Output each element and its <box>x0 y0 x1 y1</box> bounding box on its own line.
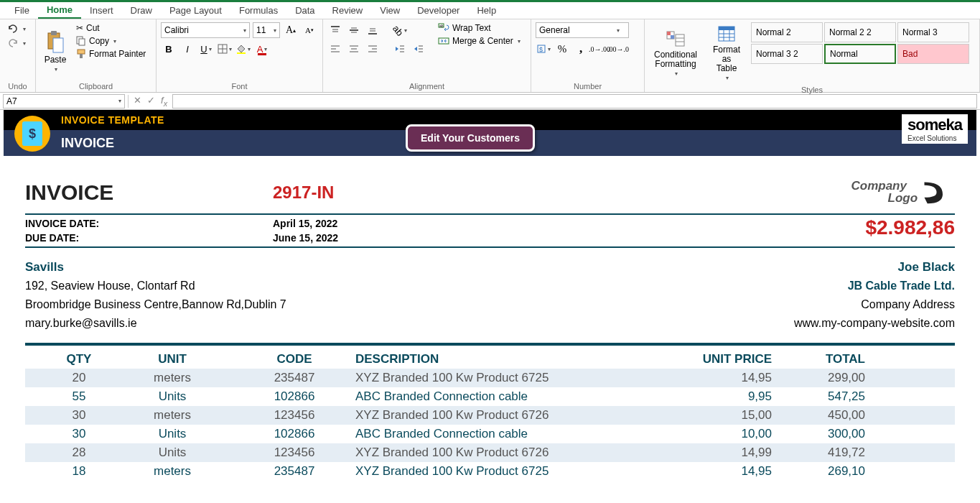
svg-rect-2 <box>53 38 63 52</box>
cell-code: 123456 <box>233 446 355 460</box>
line-item-row[interactable]: 28Units123456XYZ Branded 100 Kw Product … <box>25 443 955 462</box>
increase-decimal-button[interactable]: .0→.00 <box>592 41 607 57</box>
wrap-text-icon: ab <box>438 23 449 33</box>
cell-qty: 18 <box>47 464 111 479</box>
percent-button[interactable]: % <box>554 41 570 57</box>
decrease-font-button[interactable]: A▾ <box>302 22 317 38</box>
menu-tab-file[interactable]: File <box>6 3 38 18</box>
menu-tab-review[interactable]: Review <box>324 3 372 18</box>
comma-button[interactable]: , <box>573 41 589 57</box>
menu-tab-data[interactable]: Data <box>286 3 323 18</box>
align-center-button[interactable] <box>346 41 362 57</box>
paste-button[interactable]: Paste▾ <box>40 22 70 80</box>
style-normal[interactable]: Normal <box>824 44 896 64</box>
group-label-alignment: Alignment <box>327 80 526 91</box>
cell-desc: ABC Branded Connection cable <box>355 389 657 404</box>
fill-color-button[interactable]: ▾ <box>235 41 251 57</box>
style-normal-2[interactable]: Normal 2 <box>751 22 823 42</box>
font-size-combo[interactable]: ▾ <box>253 22 280 38</box>
copy-icon <box>76 36 86 46</box>
svg-rect-37 <box>439 38 449 44</box>
invoice-date-label: INVOICE DATE: <box>25 216 273 231</box>
underline-button[interactable]: U▾ <box>198 41 214 57</box>
orientation-button[interactable]: ab▾ <box>392 22 408 38</box>
group-label-number: Number <box>536 80 640 91</box>
col-price: UNIT PRICE <box>657 352 772 366</box>
svg-text:ab: ab <box>439 24 444 28</box>
copy-button[interactable]: Copy▾ <box>73 35 149 47</box>
accounting-format-button[interactable]: $▾ <box>536 41 551 57</box>
enter-formula-button[interactable]: ✓ <box>145 95 157 108</box>
invoice-date-value: April 15, 2022 <box>273 216 416 231</box>
col-total: TOTAL <box>772 352 865 366</box>
font-color-button[interactable]: A▾ <box>254 41 270 57</box>
cell-price: 10,00 <box>657 427 772 441</box>
svg-rect-5 <box>78 50 85 54</box>
svg-rect-4 <box>79 39 85 45</box>
edit-customers-button[interactable]: Edit Your Customers <box>406 124 535 152</box>
increase-font-button[interactable]: A▴ <box>283 22 299 38</box>
align-left-button[interactable] <box>327 41 343 57</box>
align-bottom-button[interactable] <box>365 22 381 38</box>
borders-button[interactable]: ▾ <box>217 41 233 57</box>
cell-code: 235487 <box>233 464 355 479</box>
menu-tab-formulas[interactable]: Formulas <box>230 3 286 18</box>
menu-tab-insert[interactable]: Insert <box>81 3 122 18</box>
bold-button[interactable]: B <box>161 41 177 57</box>
group-label-font: Font <box>161 80 318 91</box>
decrease-indent-button[interactable] <box>392 41 408 57</box>
menu-tab-developer[interactable]: Developer <box>409 3 468 18</box>
line-item-row[interactable]: 55Units102866ABC Branded Connection cabl… <box>25 387 955 406</box>
cell-price: 9,95 <box>657 389 772 404</box>
align-top-button[interactable] <box>327 22 343 38</box>
italic-button[interactable]: I <box>179 41 195 57</box>
style-normal-2-2[interactable]: Normal 2 2 <box>824 22 896 42</box>
cell-qty: 30 <box>47 427 111 441</box>
redo-button[interactable]: ▾ <box>4 37 29 50</box>
format-painter-button[interactable]: Format Painter <box>73 48 149 60</box>
worksheet-area[interactable]: INVOICE TEMPLATE $ INVOICE Edit Your Cus… <box>0 110 980 503</box>
undo-button[interactable]: ▾ <box>4 22 29 35</box>
line-item-row[interactable]: 30meters123456XYZ Branded 100 Kw Product… <box>25 406 955 425</box>
style-normal-3[interactable]: Normal 3 <box>897 22 969 42</box>
cell-code: 102866 <box>233 427 355 441</box>
align-right-button[interactable] <box>365 41 381 57</box>
menu-tab-view[interactable]: View <box>371 3 409 18</box>
style-bad[interactable]: Bad <box>897 44 969 64</box>
menu-tab-draw[interactable]: Draw <box>122 3 161 18</box>
line-item-row[interactable]: 30Units102866ABC Branded Connection cabl… <box>25 425 955 443</box>
cut-button[interactable]: ✂Cut <box>73 22 149 34</box>
cell-styles-gallery[interactable]: Normal 2Normal 2 2Normal 3Normal 3 2Norm… <box>751 22 969 84</box>
cell-desc: XYZ Branded 100 Kw Product 6725 <box>355 371 657 385</box>
format-as-table-button[interactable]: Format as Table▾ <box>705 22 748 84</box>
cancel-formula-button[interactable]: ✕ <box>131 95 144 108</box>
cell-price: 14,95 <box>657 464 772 479</box>
style-normal-3-2[interactable]: Normal 3 2 <box>751 44 823 64</box>
wrap-text-button[interactable]: abWrap Text <box>435 22 523 34</box>
cell-total: 300,00 <box>772 427 865 441</box>
menu-tab-home[interactable]: Home <box>38 2 81 19</box>
conditional-formatting-button[interactable]: Conditional Formatting▾ <box>649 22 702 84</box>
merge-center-button[interactable]: Merge & Center▾ <box>435 35 523 47</box>
col-desc: DESCRIPTION <box>355 352 657 366</box>
font-family-combo[interactable]: ▾ <box>161 22 250 38</box>
cell-total: 299,00 <box>772 371 865 385</box>
cell-desc: XYZ Branded 100 Kw Product 6726 <box>355 446 657 460</box>
increase-indent-button[interactable] <box>411 41 426 57</box>
fx-button[interactable]: fx <box>159 95 169 108</box>
align-middle-button[interactable] <box>346 22 362 38</box>
decrease-decimal-button[interactable]: .00→.0 <box>610 41 626 57</box>
format-table-label: Format as Table <box>709 45 744 73</box>
line-item-row[interactable]: 18meters235487XYZ Branded 100 Kw Product… <box>25 462 955 481</box>
svg-rect-43 <box>676 34 684 46</box>
col-qty: QTY <box>47 352 111 366</box>
menu-tab-page-layout[interactable]: Page Layout <box>161 3 230 18</box>
formula-input[interactable] <box>172 94 977 109</box>
cell-unit: meters <box>111 464 233 479</box>
name-box[interactable]: ▾ <box>3 94 125 109</box>
line-item-row[interactable]: 20meters235487XYZ Branded 100 Kw Product… <box>25 369 955 387</box>
number-format-combo[interactable]: ▾ <box>536 22 629 38</box>
paste-icon <box>45 30 65 53</box>
brand-badge: someka Excel Solutions <box>902 114 968 144</box>
menu-tab-help[interactable]: Help <box>468 3 505 18</box>
